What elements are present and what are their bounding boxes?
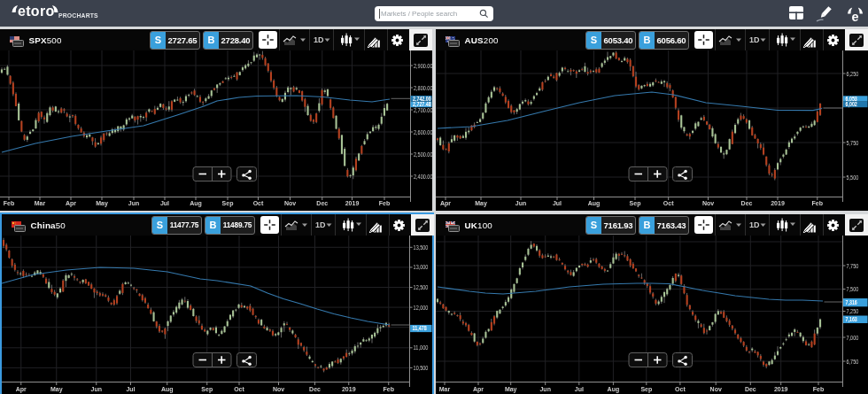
svg-text:2,500.00: 2,500.00 — [414, 151, 432, 158]
svg-text:Nov: Nov — [702, 200, 714, 206]
svg-text:Aug: Aug — [588, 200, 601, 207]
svg-text:Feb: Feb — [379, 200, 390, 206]
svg-text:May: May — [50, 386, 63, 393]
svg-text:May: May — [96, 200, 108, 207]
svg-text:6,250: 6,250 — [847, 71, 859, 77]
svg-text:2,400.00: 2,400.00 — [414, 174, 432, 180]
svg-text:10,500: 10,500 — [414, 365, 429, 371]
svg-text:2019: 2019 — [774, 386, 788, 392]
svg-text:7,316: 7,316 — [846, 299, 858, 306]
svg-text:Sep: Sep — [640, 386, 652, 393]
svg-text:11,478: 11,478 — [413, 325, 428, 332]
svg-text:2,700.00: 2,700.00 — [414, 107, 432, 113]
svg-text:12,500: 12,500 — [414, 284, 429, 290]
svg-text:Apr: Apr — [66, 200, 76, 207]
svg-text:May: May — [475, 200, 487, 207]
svg-text:Oct: Oct — [663, 200, 674, 206]
svg-text:Jul: Jul — [553, 200, 562, 206]
svg-text:Feb: Feb — [812, 200, 823, 206]
svg-text:11,000: 11,000 — [414, 344, 429, 351]
svg-text:Apr: Apr — [473, 386, 484, 393]
svg-text:7,163: 7,163 — [846, 316, 858, 323]
svg-text:Apr: Apr — [16, 386, 27, 393]
svg-text:Nov: Nov — [710, 386, 722, 392]
svg-text:Dec: Dec — [741, 200, 753, 206]
svg-text:7,000: 7,000 — [847, 335, 859, 341]
svg-text:Jun: Jun — [515, 200, 526, 206]
svg-text:Dec: Dec — [309, 386, 321, 392]
svg-text:Oct: Oct — [675, 386, 686, 392]
svg-text:2019: 2019 — [345, 200, 360, 206]
svg-text:Feb: Feb — [4, 200, 14, 206]
svg-text:13,000: 13,000 — [414, 264, 429, 270]
svg-text:Feb: Feb — [813, 386, 824, 392]
svg-text:7,250: 7,250 — [847, 308, 859, 314]
svg-text:7,500: 7,500 — [847, 286, 859, 292]
svg-text:Aug: Aug — [161, 386, 174, 393]
svg-text:Sep: Sep — [201, 386, 213, 393]
svg-text:2,800.00: 2,800.00 — [414, 85, 432, 91]
svg-text:12,000: 12,000 — [414, 305, 429, 311]
svg-text:Apr: Apr — [440, 200, 451, 207]
svg-text:Aug: Aug — [190, 200, 202, 207]
svg-text:Sep: Sep — [630, 200, 641, 207]
svg-text:Mar: Mar — [439, 386, 451, 392]
svg-text:5,500: 5,500 — [847, 174, 859, 181]
svg-text:2019: 2019 — [771, 200, 785, 206]
svg-text:Jul: Jul — [160, 200, 169, 206]
svg-text:Mar: Mar — [35, 200, 46, 206]
svg-text:Jul: Jul — [126, 386, 135, 392]
svg-text:7,750: 7,750 — [847, 263, 859, 269]
svg-text:6,002: 6,002 — [846, 101, 858, 108]
svg-text:e: e — [851, 9, 858, 23]
svg-text:Oct: Oct — [234, 386, 244, 392]
svg-text:Dec: Dec — [316, 200, 328, 206]
svg-text:Aug: Aug — [608, 386, 620, 393]
svg-text:Nov: Nov — [273, 386, 284, 392]
svg-text:Jun: Jun — [128, 200, 139, 206]
svg-text:Oct: Oct — [253, 200, 264, 206]
svg-text:13,500: 13,500 — [414, 244, 429, 251]
svg-text:Jul: Jul — [575, 386, 584, 392]
svg-text:2019: 2019 — [342, 386, 356, 392]
svg-text:2,727.48: 2,727.48 — [413, 101, 431, 108]
svg-text:Jun: Jun — [539, 386, 550, 392]
svg-text:Feb: Feb — [384, 386, 394, 392]
svg-text:Nov: Nov — [284, 200, 296, 206]
svg-text:Sep: Sep — [222, 200, 234, 207]
svg-text:2,600.00: 2,600.00 — [414, 129, 432, 135]
svg-text:6,750: 6,750 — [847, 359, 859, 365]
svg-text:Jun: Jun — [91, 386, 102, 392]
svg-text:May: May — [505, 386, 517, 393]
svg-text:Dec: Dec — [745, 386, 756, 392]
svg-text:5,750: 5,750 — [847, 140, 859, 146]
svg-text:2,900.00: 2,900.00 — [414, 63, 432, 69]
